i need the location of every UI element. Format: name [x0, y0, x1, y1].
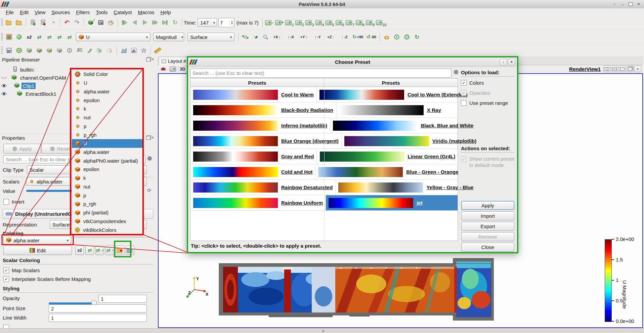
save-palette-icon[interactable] — [126, 246, 134, 255]
visibility-eye-icon[interactable] — [1, 92, 7, 96]
array-option-prgh[interactable]: p_rgh — [72, 130, 142, 139]
show-center-axes-icon[interactable] — [402, 32, 412, 42]
coloring-array-combo[interactable]: alpha.water▾ — [3, 236, 71, 245]
rotate-ccw-icon[interactable]: ↺-90 — [365, 32, 378, 42]
menu-item-macros[interactable]: Macros — [135, 9, 157, 15]
close-view-icon[interactable]: ✕ — [634, 66, 641, 72]
dialog-help-icon[interactable]: ↑ — [500, 59, 507, 66]
array-option-nut[interactable]: nut — [72, 113, 142, 122]
array-option-epsilon[interactable]: epsilon — [72, 96, 142, 105]
preset-cooltowarm[interactable]: Cool to Warm — [190, 87, 317, 102]
minimize-icon[interactable]: – — [619, 1, 626, 7]
loop-icon[interactable]: ↻ — [170, 18, 180, 27]
threshold-icon[interactable] — [45, 46, 54, 55]
preset-cooltowarmextended[interactable]: Cool to Warm (Extended) — [317, 87, 470, 102]
array-option-vtkcompositeindex[interactable]: vtkCompositeIndex — [72, 217, 142, 225]
preset-search-input[interactable] — [190, 69, 452, 78]
array-option-k[interactable]: k — [72, 174, 142, 182]
component-combo[interactable]: Magnitud▾ — [153, 33, 184, 41]
preset-blueorangedivergent[interactable]: Blue Orange (divergent) — [190, 133, 342, 149]
last-frame-icon[interactable] — [160, 18, 170, 27]
solid-color-sphere-icon[interactable] — [14, 32, 24, 42]
import-button[interactable]: Import — [461, 211, 514, 220]
rescale-icon[interactable]: x2 — [25, 32, 34, 42]
auto-apply-timer-icon[interactable]: ◔ — [48, 18, 58, 27]
next-frame-icon[interactable] — [150, 18, 160, 27]
option-use-preset-range-checkbox[interactable]: Use preset range — [461, 100, 515, 106]
group-datasets-icon[interactable] — [95, 46, 104, 55]
rescale-range-icon[interactable]: ⇄ — [65, 32, 74, 42]
open-source-icon[interactable]: ↗ — [86, 18, 95, 27]
open-file-icon[interactable] — [4, 18, 14, 27]
split-horizontal-icon[interactable] — [603, 66, 610, 72]
edit-color-map-button[interactable]: Edit — [3, 246, 72, 255]
previous-frame-icon[interactable] — [130, 18, 139, 27]
array-option-nut[interactable]: nut — [72, 182, 142, 191]
frame-input[interactable] — [219, 20, 229, 26]
rescale-visible-range-icon[interactable]: ⇄t — [105, 246, 114, 255]
interpolate-scalars-checkbox[interactable]: ✓Interpolate Scalars Before Mapping — [3, 276, 91, 282]
undo-icon[interactable]: ↶ — [62, 18, 72, 27]
pipeline-item-clip1[interactable]: Clip1 — [1, 82, 36, 90]
histogram-icon[interactable] — [129, 46, 138, 55]
camera-preset-2-icon[interactable]: 2 — [295, 18, 304, 27]
array-option-phipartial[interactable]: phi (partial) — [72, 208, 142, 217]
collapse-handle-icon[interactable]: ✕ — [322, 329, 325, 333]
camera-preset-5-icon[interactable]: 5 — [325, 18, 335, 27]
menu-item-view[interactable]: View — [32, 9, 48, 15]
menu-item-help[interactable]: Help — [158, 9, 174, 15]
float-panel-icon[interactable] — [146, 58, 151, 61]
option-opacities-checkbox[interactable]: ✓Opacities — [461, 90, 515, 96]
ruler-icon[interactable] — [153, 46, 162, 55]
array-option-epsilon[interactable]: epsilon — [72, 165, 142, 174]
plot-over-line-icon[interactable] — [105, 46, 115, 55]
rescale-temporal-range-icon[interactable]: ⇄c — [95, 246, 104, 255]
menu-item-edit[interactable]: Edit — [17, 9, 32, 15]
rescale-custom-range-icon[interactable]: ⇄ — [85, 246, 94, 255]
rescale-range-icon[interactable]: ⇄ — [55, 32, 64, 42]
menu-item-file[interactable]: File — [3, 9, 17, 15]
preset-infernomatplotlib[interactable]: Inferno (matplotlib) — [190, 118, 330, 133]
probe-icon[interactable] — [139, 46, 148, 55]
first-frame-icon[interactable] — [120, 18, 129, 27]
camera-preset-3-icon[interactable]: 3 — [305, 18, 314, 27]
visibility-eye-icon[interactable] — [1, 84, 7, 88]
camera-preset-7-icon[interactable]: 7 — [345, 18, 355, 27]
array-option-solidcolor[interactable]: Solid Color — [72, 70, 142, 79]
camera-icon[interactable] — [169, 65, 176, 73]
array-option-k[interactable]: k — [72, 105, 142, 113]
opacity-input[interactable] — [98, 295, 147, 303]
option-colors-checkbox[interactable]: ✓Colors — [461, 80, 515, 86]
camera-preset-9-icon[interactable]: 9 — [366, 18, 375, 27]
search-options-gear-icon[interactable] — [147, 156, 152, 162]
center-of-rotation-icon[interactable] — [392, 32, 401, 42]
camera-preset-6-icon[interactable]: 6 — [335, 18, 345, 27]
close-button[interactable]: Close — [461, 243, 514, 252]
block-colors-swatch-icon[interactable] — [4, 32, 14, 42]
pipeline-item-builtin[interactable]: builtin: — [1, 66, 36, 74]
rotate-cw-icon[interactable]: ↻+90 — [351, 32, 364, 42]
rescale-range-icon[interactable]: ⇄ — [35, 32, 44, 42]
array-option-alphawater[interactable]: alpha.water — [72, 87, 142, 96]
color-palette-icon[interactable] — [106, 18, 116, 27]
binoculars-icon[interactable] — [160, 65, 167, 73]
set-view-plusX-icon[interactable]: +X↑ — [271, 32, 284, 42]
zoom-box-icon[interactable] — [261, 32, 270, 42]
close-panel-icon[interactable]: ✕ — [152, 58, 154, 61]
preset-bluegreenorange[interactable]: Blue - Green - Orange — [315, 164, 461, 179]
calculator-icon[interactable] — [4, 46, 14, 55]
save-data-icon[interactable]: ↓ — [14, 18, 24, 27]
export-button[interactable]: Export — [461, 222, 514, 231]
plot-chart-icon[interactable] — [119, 46, 128, 55]
camera-preset-1-icon[interactable]: 1 — [285, 18, 294, 27]
float-panel-icon[interactable] — [146, 136, 151, 140]
preset-coldandhot[interactable]: Cold and Hot — [190, 164, 315, 179]
reset-center-icon[interactable]: ↻ — [412, 32, 422, 42]
preset-grayandred[interactable]: Gray and Red — [190, 149, 317, 164]
camera-path-icon[interactable] — [382, 32, 391, 42]
array-option-u[interactable]: U — [72, 79, 142, 87]
maximize-view-icon[interactable] — [619, 66, 626, 72]
menu-item-tools[interactable]: Tools — [93, 9, 111, 15]
camera-preset-4-icon[interactable]: 4 — [315, 18, 325, 27]
reset-camera-icon[interactable]: ↖↘ — [241, 32, 250, 42]
